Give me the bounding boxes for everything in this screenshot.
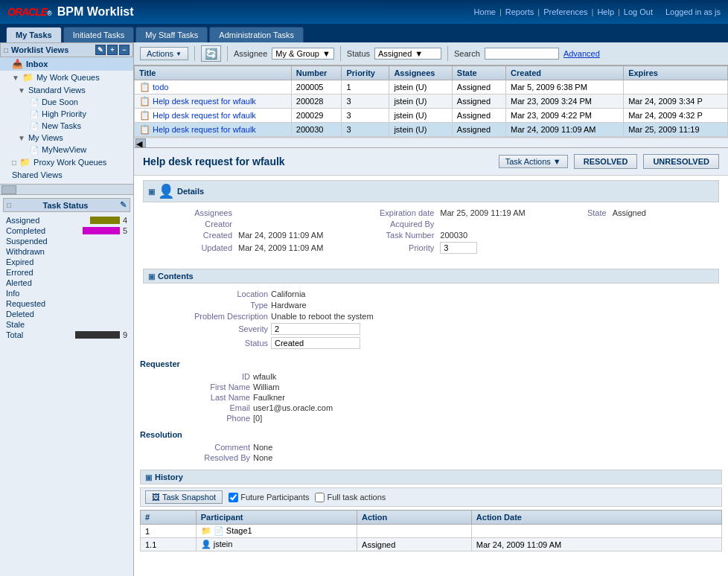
history-section-header[interactable]: ▣ History: [140, 470, 722, 484]
full-task-actions-checkbox-label[interactable]: Full task actions: [315, 493, 386, 502]
advanced-link[interactable]: Advanced: [563, 49, 600, 58]
sidebar-hscroll[interactable]: [0, 184, 133, 194]
details-toggle-icon: ▣: [148, 188, 155, 196]
sidebar-item-inbox[interactable]: 📥 Inbox: [0, 57, 133, 71]
status-total-label[interactable]: Total: [6, 330, 58, 339]
worklist-remove-icon[interactable]: −: [119, 45, 130, 55]
search-input[interactable]: [485, 48, 559, 60]
sidebar-item-my-work-queues[interactable]: ▼ 📁 My Work Queues: [0, 71, 133, 84]
due-soon-label: Due Soon: [42, 97, 78, 106]
status-suspended-label[interactable]: Suspended: [6, 237, 58, 246]
resolved-button[interactable]: RESOLVED: [574, 154, 638, 169]
creator-label: Creator: [158, 220, 232, 228]
future-participants-checkbox-label[interactable]: Future Participants: [229, 493, 309, 502]
task-created-cell: Mar 24, 2009 11:09 AM: [506, 123, 624, 137]
actions-button[interactable]: Actions ▼: [140, 47, 188, 60]
task-status-label: Task Status: [43, 201, 89, 210]
worklist-edit-icon[interactable]: ✎: [95, 45, 106, 55]
col-expires[interactable]: Expires: [624, 66, 728, 80]
task-number-value: 200030: [440, 231, 540, 240]
task-title-link[interactable]: Help desk request for wfaulk: [153, 125, 256, 134]
help-link[interactable]: Help: [597, 7, 614, 16]
task-icon: 📋: [139, 96, 150, 106]
col-assignees[interactable]: Assignees: [389, 66, 452, 80]
unresolved-button[interactable]: UNRESOLVED: [643, 154, 719, 169]
status-filter-label: Status: [347, 49, 370, 58]
sidebar-item-my-new-view[interactable]: 📄 MyNewView: [18, 144, 133, 156]
high-priority-icon: 📄: [30, 110, 39, 118]
task-created-cell: Mar 5, 2009 6:38 PM: [506, 80, 624, 95]
status-alerted-label[interactable]: Alerted: [6, 278, 58, 287]
task-assignees-cell: jstein (U): [389, 123, 452, 137]
table-row[interactable]: 📋 Help desk request for wfaulk 200030 3 …: [135, 123, 728, 137]
sidebar-item-my-views[interactable]: ▼ My Views: [6, 132, 133, 144]
sidebar-item-shared-views[interactable]: Shared Views: [0, 169, 133, 181]
preferences-link[interactable]: Preferences: [543, 7, 587, 16]
table-row[interactable]: 📋 todo 200005 1 jstein (U) Assigned Mar …: [135, 80, 728, 95]
col-priority[interactable]: Priority: [342, 66, 389, 80]
task-icon: 📋: [139, 110, 150, 121]
home-link[interactable]: Home: [474, 7, 496, 16]
future-participants-checkbox[interactable]: [229, 493, 238, 502]
logout-link[interactable]: Log Out: [624, 7, 653, 16]
task-actions-button[interactable]: Task Actions ▼: [499, 155, 568, 168]
problem-desc-label: Problem Description: [149, 312, 268, 321]
task-snapshot-button[interactable]: 🖼 Task Snapshot: [145, 490, 223, 504]
tab-administration-tasks[interactable]: Administration Tasks: [209, 27, 304, 42]
task-state-cell: Assigned: [452, 80, 505, 95]
tab-my-staff-tasks[interactable]: My Staff Tasks: [135, 27, 208, 42]
task-status-edit-icon[interactable]: ✎: [120, 200, 127, 210]
status-errored-label[interactable]: Errored: [6, 268, 58, 277]
col-state[interactable]: State: [452, 66, 505, 80]
detail-header: Help desk request for wfaulk Task Action…: [134, 148, 728, 176]
contents-section-header[interactable]: ▣ Contents: [143, 269, 719, 284]
task-assignees-cell: jstein (U): [389, 109, 452, 123]
task-created-cell: Mar 23, 2009 4:22 PM: [506, 109, 624, 123]
tab-initiated-tasks[interactable]: Initiated Tasks: [63, 27, 135, 42]
task-title-link[interactable]: Help desk request for wfaulk: [153, 111, 256, 120]
status-dropdown[interactable]: Assigned ▼: [374, 48, 441, 60]
table-row[interactable]: 📋 Help desk request for wfaulk 200029 3 …: [135, 109, 728, 123]
reports-link[interactable]: Reports: [505, 7, 534, 16]
assignee-dropdown[interactable]: My & Group ▼: [272, 48, 334, 60]
task-title-cell: 📋 Help desk request for wfaulk: [135, 123, 292, 137]
col-number[interactable]: Number: [291, 66, 342, 80]
tab-my-tasks[interactable]: My Tasks: [6, 27, 62, 42]
toolbar-separator-4: [447, 46, 448, 61]
task-expires-cell: [624, 80, 728, 95]
status-stale-label[interactable]: Stale: [6, 320, 58, 329]
type-label: Type: [149, 301, 268, 310]
full-task-actions-checkbox[interactable]: [315, 493, 325, 502]
status-expired-label[interactable]: Expired: [6, 257, 58, 266]
status-requested-label[interactable]: Requested: [6, 299, 58, 308]
actions-dropdown-icon: ▼: [176, 51, 182, 57]
stage-icon: 📁: [201, 526, 211, 535]
table-row[interactable]: 📋 Help desk request for wfaulk 200028 3 …: [135, 95, 728, 109]
scroll-thumb[interactable]: [1, 185, 16, 194]
task-list-hscroll[interactable]: ◀: [134, 137, 728, 147]
contents-toggle-icon: ▣: [148, 272, 155, 281]
status-completed-label[interactable]: Completed: [6, 226, 58, 235]
status-withdrawn-label[interactable]: Withdrawn: [6, 247, 58, 256]
hscroll-left[interactable]: ◀: [135, 138, 146, 147]
sidebar-item-new-tasks[interactable]: 📄 New Tasks: [18, 120, 133, 132]
sidebar-item-proxy-work-queues[interactable]: □ 📁 Proxy Work Queues: [0, 156, 133, 169]
status-info-label[interactable]: Info: [6, 289, 58, 298]
status-row-info: Info: [3, 288, 130, 298]
status-assigned-label[interactable]: Assigned: [6, 216, 58, 225]
col-title[interactable]: Title: [135, 66, 292, 80]
history-toolbar: 🖼 Task Snapshot Future Participants Full…: [140, 487, 722, 507]
status-deleted-label[interactable]: Deleted: [6, 310, 58, 319]
sidebar-item-due-soon[interactable]: 📄 Due Soon: [18, 96, 133, 108]
task-title-link[interactable]: Help desk request for wfaulk: [153, 97, 256, 106]
refresh-button[interactable]: 🔄: [201, 45, 221, 62]
details-section-header[interactable]: ▣ 👤 Details: [143, 180, 719, 202]
status-completed-count: 5: [123, 226, 127, 235]
worklist-add-icon[interactable]: +: [107, 45, 118, 55]
sidebar-item-high-priority[interactable]: 📄 High Priority: [18, 108, 133, 120]
sidebar-item-standard-views[interactable]: ▼ Standard Views: [6, 84, 133, 96]
col-created[interactable]: Created: [506, 66, 624, 80]
task-actions-label: Task Actions: [505, 157, 551, 166]
task-title-link[interactable]: todo: [153, 83, 168, 92]
worklist-views-toggle[interactable]: □: [4, 46, 8, 54]
